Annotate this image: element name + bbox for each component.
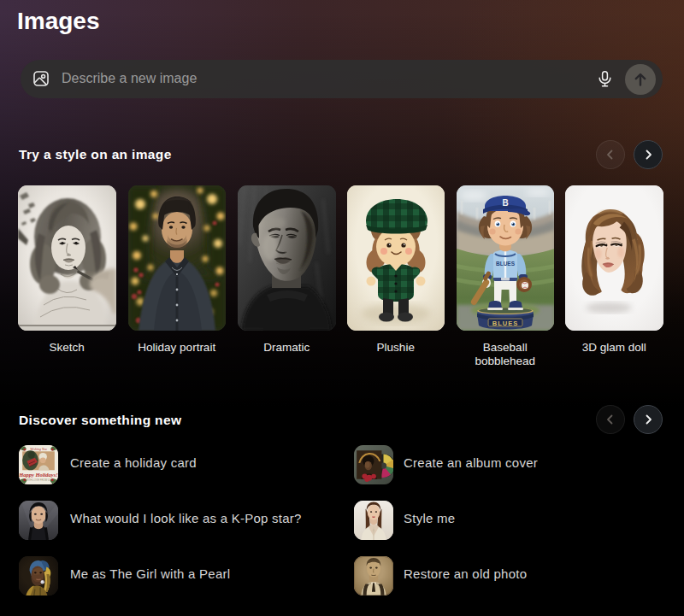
svg-text:BLUES: BLUES	[492, 320, 517, 327]
svg-text:WITH LOVE FROM US: WITH LOVE FROM US	[25, 478, 50, 481]
svg-text:Wishing You: Wishing You	[30, 446, 47, 450]
svg-text:BLUES: BLUES	[495, 261, 515, 267]
svg-text:Happy Holidays!: Happy Holidays!	[19, 471, 58, 477]
svg-text:B: B	[502, 198, 508, 208]
